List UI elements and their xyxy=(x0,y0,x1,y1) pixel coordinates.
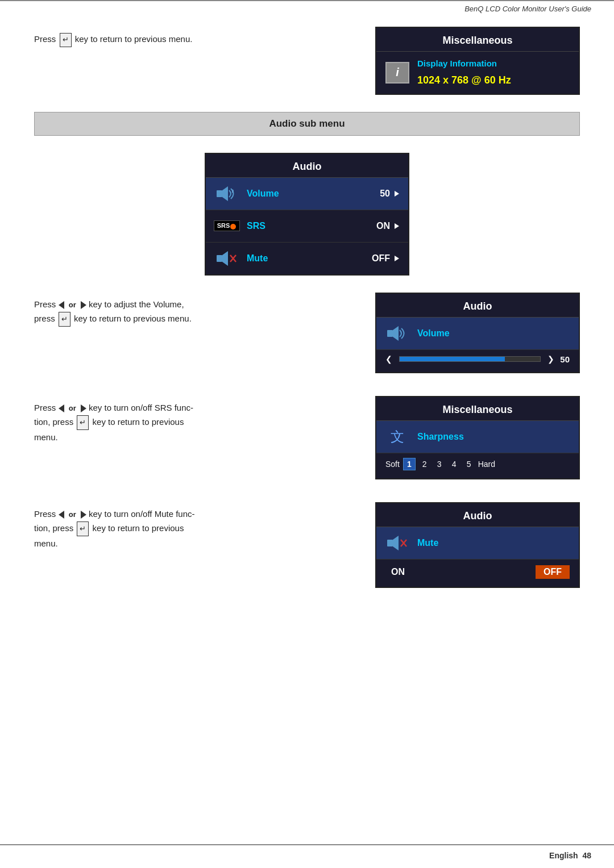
return-key-3: ↵ xyxy=(77,415,89,430)
volume-panel-icon xyxy=(385,323,409,344)
svg-rect-9 xyxy=(387,540,393,546)
wen-character: 文 xyxy=(391,428,404,446)
miscellaneous-panel: Miscellaneous i Display Information 1024… xyxy=(375,27,580,95)
section4: Press or key to turn on/off Mute func- t… xyxy=(34,502,580,588)
srs-icon: SRS xyxy=(215,216,239,236)
audio-main-panel: Audio ♪ Volume 50 xyxy=(205,153,409,276)
volume-panel-label: Volume xyxy=(417,328,570,339)
section-1: Press ↵ key to return to previous menu. … xyxy=(34,27,580,95)
audio-mute-panel: Audio Mute ON OFF xyxy=(375,502,580,588)
soft-label: Soft xyxy=(385,460,400,469)
mute-icon-main xyxy=(215,248,239,269)
footer-page: 48 xyxy=(582,851,591,860)
sharpness-num-1: 1 xyxy=(403,458,416,470)
mute-panel-icon xyxy=(385,533,409,553)
display-info-label: Display Information xyxy=(417,59,497,68)
sharpness-panel-title: Miscellaneous xyxy=(376,397,579,421)
svg-marker-4 xyxy=(222,251,228,266)
srs-dot xyxy=(230,224,236,229)
left-arrow-icon-3 xyxy=(59,404,64,412)
display-info-value: 1024 x 768 @ 60 Hz xyxy=(417,73,511,88)
sharpness-icon: 文 xyxy=(385,427,409,447)
srs-badge: SRS xyxy=(214,220,240,231)
or-text-4: or xyxy=(69,510,76,519)
sharpness-label: Sharpness xyxy=(417,432,570,442)
sharpness-num-3: 3 xyxy=(434,460,445,469)
section2-text: Press or key to adjust the Volume, press… xyxy=(34,293,364,327)
svg-marker-8 xyxy=(393,326,399,341)
mute-panel-row: Mute xyxy=(376,527,579,560)
svg-marker-1 xyxy=(222,186,228,201)
mute-onoff-row: ON OFF xyxy=(376,560,579,587)
sharpness-num-5: 5 xyxy=(463,460,475,469)
volume-panel-row: Volume xyxy=(376,318,579,350)
section3-text: Press or key to turn on/off SRS func- ti… xyxy=(34,396,364,445)
misc-info-row: i Display Information 1024 x 768 @ 60 Hz xyxy=(376,52,579,94)
audio-main-title: Audio xyxy=(206,154,408,178)
left-arrow-icon-4 xyxy=(59,511,64,519)
mute-off-label: OFF xyxy=(536,565,570,579)
return-key-icon: ↵ xyxy=(60,33,72,47)
guide-title: BenQ LCD Color Monitor User's Guide xyxy=(0,1,614,15)
bottom-border xyxy=(0,844,614,845)
misc-info-text: Display Information 1024 x 768 @ 60 Hz xyxy=(417,57,511,88)
misc-sharpness-panel: Miscellaneous 文 Sharpness Soft 1 2 3 4 5… xyxy=(375,396,580,479)
right-arrow-icon-3 xyxy=(81,404,86,412)
slider-track xyxy=(399,356,541,362)
svg-rect-7 xyxy=(387,330,393,337)
right-arrow-icon-2 xyxy=(81,301,86,309)
mute-arrow xyxy=(395,256,399,261)
volume-label: Volume xyxy=(247,189,380,199)
audio-volume-panel: Audio Volume ❮ xyxy=(375,293,580,373)
section3: Press or key to turn on/off SRS func- ti… xyxy=(34,396,580,479)
svg-text:♪: ♪ xyxy=(231,187,234,194)
or-text-2: or xyxy=(69,301,76,309)
mute-label: Mute xyxy=(247,253,372,264)
page-footer: English 48 xyxy=(549,851,591,860)
misc-title: Miscellaneous xyxy=(376,28,579,52)
section4-text: Press or key to turn on/off Mute func- t… xyxy=(34,502,364,551)
hard-label: Hard xyxy=(478,460,495,469)
svg-rect-0 xyxy=(217,190,222,197)
audio-volume-row: ♪ Volume 50 xyxy=(206,178,408,210)
volume-arrow xyxy=(395,191,399,197)
mute-osd: Audio Mute ON OFF xyxy=(375,502,580,588)
info-icon: i xyxy=(385,62,409,84)
left-arrow-icon-2 xyxy=(59,301,64,309)
slider-right-arrow: ❯ xyxy=(547,354,554,364)
return-key-2: ↵ xyxy=(59,312,70,327)
volume-panel-title: Audio xyxy=(376,294,579,318)
sharpness-osd: Miscellaneous 文 Sharpness Soft 1 2 3 4 5… xyxy=(375,396,580,479)
audio-mute-row: Mute OFF xyxy=(206,243,408,274)
volume-value: 50 xyxy=(380,189,390,199)
svg-rect-3 xyxy=(217,255,222,262)
svg-marker-10 xyxy=(393,536,399,550)
mute-panel-title: Audio xyxy=(376,503,579,527)
sharpness-num-4: 4 xyxy=(449,460,460,469)
slider-left-arrow: ❮ xyxy=(385,354,392,364)
return-key-4: ↵ xyxy=(77,521,89,536)
section1-text: Press ↵ key to return to previous menu. xyxy=(34,27,358,47)
mute-panel-label: Mute xyxy=(417,538,570,548)
volume-slider-row: ❮ ❯ 50 xyxy=(376,350,579,372)
slider-fill xyxy=(400,357,505,361)
volume-icon: ♪ xyxy=(215,183,239,204)
srs-label: SRS xyxy=(247,221,376,231)
audio-main-section: Audio ♪ Volume 50 xyxy=(34,153,580,276)
srs-value: ON xyxy=(376,221,390,231)
sharpness-num-2: 2 xyxy=(419,460,430,469)
misc-osd: Miscellaneous i Display Information 1024… xyxy=(375,27,580,95)
audio-srs-row: SRS SRS ON xyxy=(206,210,408,243)
srs-arrow xyxy=(395,223,399,229)
volume-osd: Audio Volume ❮ xyxy=(375,293,580,373)
or-text-3: or xyxy=(69,404,76,412)
info-letter: i xyxy=(396,66,399,79)
audio-sub-menu-heading: Audio sub menu xyxy=(34,112,580,136)
slider-value: 50 xyxy=(560,354,570,364)
section2: Press or key to adjust the Volume, press… xyxy=(34,293,580,373)
mute-value: OFF xyxy=(372,253,390,264)
footer-english: English xyxy=(549,851,578,860)
sharpness-row: 文 Sharpness xyxy=(376,421,579,453)
mute-on-label: ON xyxy=(391,567,405,577)
sharpness-scale: Soft 1 2 3 4 5 Hard xyxy=(376,453,579,478)
